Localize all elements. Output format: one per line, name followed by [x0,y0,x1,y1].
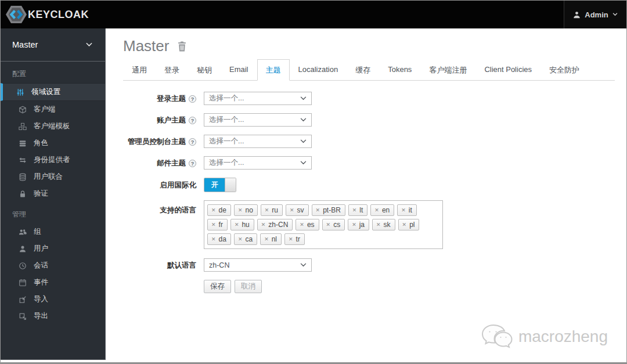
i18n-toggle[interactable]: 开 [204,178,236,192]
cancel-button[interactable]: 取消 [235,280,262,293]
locale-tag[interactable]: ✕cs [322,219,345,230]
tab-security-defenses[interactable]: 安全防护 [540,59,588,81]
sidebar-section-manage: 管理 [1,202,105,224]
keycloak-hexagon-icon [6,4,27,25]
locale-tag[interactable]: ✕ca [234,233,257,245]
tab-keys[interactable]: 秘钥 [188,59,221,81]
locale-tag[interactable]: ✕tr [284,233,305,245]
sidebar-item-identity-providers[interactable]: 身份提供者 [1,152,105,168]
user-icon [573,11,581,19]
remove-icon[interactable]: ✕ [316,208,320,213]
toggle-on-label: 开 [204,178,225,192]
remove-icon[interactable]: ✕ [238,208,243,213]
admin-label: Admin [585,10,608,19]
delete-realm-trash-icon[interactable] [177,41,187,52]
locale-tag[interactable]: ✕nl [260,233,282,245]
chevron-down-icon [300,139,307,143]
sidebar-item-groups[interactable]: 组 [1,224,105,240]
exchange-arrows-icon [18,156,27,164]
tab-login[interactable]: 登录 [156,59,188,81]
sidebar-item-events[interactable]: 事件 [1,274,105,291]
sidebar-item-realm-settings[interactable]: 领域设置 [1,83,105,101]
locale-tag[interactable]: ✕no [234,204,258,216]
locale-tag[interactable]: ✕es [296,219,319,230]
tab-localization[interactable]: Localization [290,59,347,81]
tab-cache[interactable]: 缓存 [347,59,379,81]
remove-icon[interactable]: ✕ [376,222,381,228]
tab-tokens[interactable]: Tokens [379,59,420,81]
locale-tag[interactable]: ✕pl [398,219,420,230]
i18n-enabled-label: 启用国际化 [160,181,197,190]
user-icon [18,245,27,253]
chevron-down-icon [300,118,307,122]
help-icon[interactable]: ? [189,95,196,103]
remove-icon[interactable]: ✕ [326,222,331,228]
save-button[interactable]: 保存 [204,280,231,293]
sidebar-item-label: 用户联合 [34,172,63,182]
account-theme-select[interactable]: 选择一个... [204,113,312,127]
toggle-handle[interactable] [225,178,236,192]
locale-tag[interactable]: ✕de [207,204,231,216]
remove-icon[interactable]: ✕ [211,222,216,228]
locale-tag[interactable]: ✕pt-BR [312,204,345,216]
locale-tag[interactable]: ✕en [370,204,394,216]
supported-locales-input[interactable]: ✕de ✕no ✕ru ✕sv ✕pt-BR ✕lt ✕en ✕it ✕fr ✕… [204,200,443,249]
tab-email[interactable]: Email [221,59,257,81]
admin-console-theme-select[interactable]: 选择一个... [204,135,312,148]
help-icon[interactable]: ? [189,117,196,124]
account-theme-label: 账户主题 [157,116,186,125]
locale-tag[interactable]: ✕lt [348,204,368,216]
sidebar-item-authentication[interactable]: 验证 [1,185,105,202]
tab-client-registration[interactable]: 客户端注册 [420,59,475,81]
lock-icon [18,190,27,198]
remove-icon[interactable]: ✕ [264,237,269,242]
sidebar-item-roles[interactable]: 角色 [1,135,105,152]
remove-icon[interactable]: ✕ [374,208,379,213]
help-icon[interactable]: ? [189,138,196,146]
remove-icon[interactable]: ✕ [211,208,216,213]
remove-icon[interactable]: ✕ [352,208,357,213]
remove-icon[interactable]: ✕ [352,222,356,228]
remove-icon[interactable]: ✕ [238,237,243,242]
locale-tag[interactable]: ✕sk [372,219,395,230]
remove-icon[interactable]: ✕ [261,222,266,228]
default-locale-select[interactable]: zh-CN [204,258,312,272]
email-theme-select[interactable]: 选择一个... [204,156,312,170]
locale-tag[interactable]: ✕it [397,204,417,216]
remove-icon[interactable]: ✕ [290,208,294,213]
locale-tag[interactable]: ✕hu [230,219,254,230]
sidebar-item-clients[interactable]: 客户端 [1,101,105,118]
remove-icon[interactable]: ✕ [401,208,406,213]
remove-icon[interactable]: ✕ [235,222,239,228]
remove-icon[interactable]: ✕ [289,237,293,242]
tab-general[interactable]: 通用 [123,59,156,81]
cubes-icon [18,122,27,131]
keycloak-admin-window: KEYCLOAK Admin Master 配置 [0,0,627,364]
remove-icon[interactable]: ✕ [265,208,269,213]
locale-tag[interactable]: ✕ja [348,219,369,230]
locale-tag[interactable]: ✕sv [286,204,309,216]
locale-tag[interactable]: ✕zh-CN [257,219,293,230]
sidebar-item-import[interactable]: 导入 [1,291,105,308]
login-theme-select[interactable]: 选择一个... [204,92,312,105]
locale-tag[interactable]: ✕ru [261,204,283,216]
sidebar-item-sessions[interactable]: 会话 [1,257,105,274]
tab-themes[interactable]: 主题 [257,59,290,81]
remove-icon[interactable]: ✕ [402,222,407,228]
remove-icon[interactable]: ✕ [211,237,216,242]
main-content: Master 通用 登录 秘钥 Email 主题 Localization 缓存… [106,28,626,362]
admin-user-menu[interactable]: Admin [564,1,626,28]
sidebar-item-users[interactable]: 用户 [1,240,105,257]
sidebar-item-user-federation[interactable]: 用户联合 [1,168,105,185]
sidebar-item-label: 客户端模板 [34,121,70,131]
sidebar-item-label: 导出 [34,311,48,321]
sidebar-item-client-templates[interactable]: 客户端模板 [1,118,105,135]
help-icon[interactable]: ? [189,160,196,167]
locale-tag[interactable]: ✕fr [207,219,228,230]
sliders-icon [16,88,25,96]
realm-selector[interactable]: Master [1,28,105,62]
locale-tag[interactable]: ✕da [207,233,231,245]
remove-icon[interactable]: ✕ [300,222,304,228]
tab-client-policies[interactable]: Client Policies [475,59,540,81]
sidebar-item-export[interactable]: 导出 [1,308,105,325]
